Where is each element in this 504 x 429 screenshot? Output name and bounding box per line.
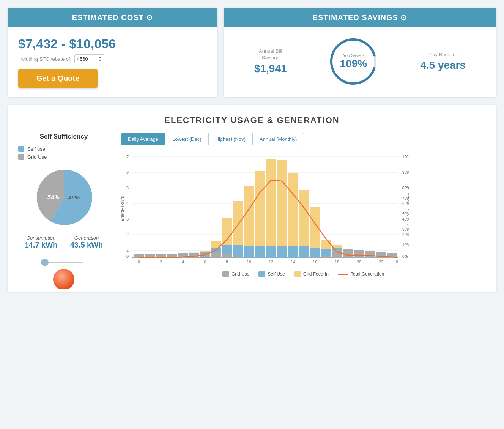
- svg-text:18: 18: [335, 260, 339, 264]
- bar-self-15: [299, 246, 309, 258]
- top-panels: ESTIMATED COST ⊙ $7,432 - $10,056 Includ…: [8, 8, 496, 97]
- self-sufficiency-title: Self Sufficiency: [18, 133, 109, 140]
- generation-item: Generation 43.5 kWh: [70, 235, 103, 249]
- savings-header-text: ESTIMATED SAVINGS ⊙: [313, 13, 408, 22]
- annual-savings-item: Annual BillSavings $1,941: [254, 48, 287, 75]
- tab-highest-nov[interactable]: Highest (Nov): [209, 133, 253, 145]
- bar-self-9: [233, 245, 243, 257]
- cost-panel-body: $7,432 - $10,056 Including STC rebate of…: [8, 27, 217, 97]
- bar-chart-wrap: 7 6 5 4 3 2 1 0 Energy (kWh) 100% 90% 80…: [121, 151, 486, 267]
- tab-daily-average[interactable]: Daily Average: [121, 133, 165, 145]
- svg-text:0%: 0%: [402, 254, 408, 259]
- cost-panel: ESTIMATED COST ⊙ $7,432 - $10,056 Includ…: [8, 8, 217, 97]
- svg-text:90%: 90%: [402, 170, 409, 175]
- tab-daily-label: Daily Average: [128, 136, 158, 142]
- annual-value: $1,941: [254, 63, 287, 75]
- svg-text:12: 12: [269, 260, 273, 264]
- legend-grid-use-chart: Grid Use: [222, 271, 249, 277]
- svg-text:2: 2: [126, 232, 129, 237]
- payback-label: Pay Back In:: [420, 52, 466, 58]
- total-gen-chart-label: Total Generation: [351, 271, 384, 277]
- self-use-label: Self use: [27, 146, 45, 152]
- bar-self-14: [288, 246, 298, 258]
- bar-feedin-11: [255, 171, 265, 246]
- svg-text:10%: 10%: [402, 243, 409, 247]
- savings-panel-header: ESTIMATED SAVINGS ⊙: [224, 8, 496, 27]
- stc-spinner[interactable]: ▲▼: [99, 55, 102, 62]
- bar-feedin-15: [299, 190, 309, 246]
- svg-point-8: [53, 269, 74, 289]
- tab-bar: Daily Average Lowest (Dec) Highest (Nov)…: [121, 133, 304, 145]
- section-title: ELECTRICITY USAGE & GENERATION: [18, 115, 486, 125]
- bar-grid-19: [343, 249, 353, 258]
- svg-text:4: 4: [182, 260, 184, 264]
- bar-self-13: [277, 246, 287, 258]
- svg-text:4: 4: [126, 201, 129, 206]
- savings-panel-body: Annual BillSavings $1,941 You Save $ 109…: [224, 27, 496, 96]
- usage-section: ELECTRICITY USAGE & GENERATION Self Suff…: [8, 105, 496, 292]
- bar-self-17: [321, 249, 331, 256]
- you-save-label: You Save $: [340, 53, 367, 58]
- stc-row: Including STC rebate of: ▲▼: [18, 54, 207, 63]
- svg-text:Energy (kWh): Energy (kWh): [121, 196, 124, 221]
- svg-text:7: 7: [126, 155, 129, 159]
- bar-self-11: [255, 246, 265, 258]
- bar-feedin-17: [321, 240, 331, 249]
- svg-text:0: 0: [396, 260, 398, 264]
- svg-text:20%: 20%: [402, 233, 409, 237]
- feedin-chart-swatch: [294, 271, 301, 277]
- pie-chart: 54% 46%: [32, 165, 96, 230]
- bar-feedin-9: [233, 201, 243, 245]
- tab-lowest-label: Lowest (Dec): [172, 136, 202, 142]
- svg-text:30%: 30%: [402, 227, 409, 232]
- bar-feedin-8: [222, 218, 232, 245]
- bar-feedin-16: [310, 207, 320, 248]
- get-quote-button[interactable]: Get a Quote: [18, 69, 98, 88]
- svg-text:5: 5: [126, 186, 129, 190]
- bar-self-12: [266, 246, 276, 258]
- svg-text:6: 6: [126, 170, 129, 175]
- grid-use-label: Grid Use: [27, 154, 47, 160]
- circle-center: You Save $ 109%: [340, 53, 367, 70]
- svg-text:100%: 100%: [402, 155, 409, 159]
- self-use-chart-swatch: [258, 271, 265, 277]
- tab-lowest-dec[interactable]: Lowest (Dec): [165, 133, 209, 145]
- circle-gauge: You Save $ 109%: [327, 35, 380, 88]
- legend-total-gen-chart: Total Generation: [338, 271, 384, 277]
- grid-use-swatch: [18, 154, 24, 160]
- self-use-chart-label: Self Use: [268, 271, 285, 277]
- tab-annual-monthly[interactable]: Annual (Monthly): [253, 133, 304, 145]
- bar-self-8: [222, 245, 232, 254]
- bar-self-10: [244, 246, 254, 258]
- svg-text:14: 14: [291, 260, 295, 264]
- bar-grid-9: [233, 257, 243, 258]
- savings-panel: ESTIMATED SAVINGS ⊙ Annual BillSavings $…: [224, 8, 496, 97]
- bar-feedin-14: [288, 173, 298, 246]
- payback-value: 4.5 years: [420, 59, 466, 71]
- bubble-decoration: [18, 255, 109, 281]
- svg-text:2: 2: [160, 260, 162, 264]
- bar-self-16: [310, 248, 320, 257]
- circle-pct: 109%: [340, 58, 367, 70]
- legend: Self use Grid Use: [18, 146, 109, 160]
- stc-input-wrap: ▲▼: [74, 54, 104, 63]
- svg-text:8: 8: [226, 260, 228, 264]
- svg-text:3: 3: [126, 217, 129, 221]
- svg-text:54%: 54%: [47, 194, 60, 200]
- svg-text:46%: 46%: [68, 194, 80, 200]
- bar-grid-8: [222, 254, 232, 258]
- svg-text:16: 16: [313, 260, 317, 264]
- stc-label-text: Including STC rebate of:: [18, 56, 71, 62]
- svg-text:10: 10: [247, 260, 251, 264]
- consumption-generation: Consumption 14.7 kWh Generation 43.5 kWh: [18, 235, 109, 249]
- bar-grid-16: [310, 257, 320, 258]
- bubble-svg: [33, 255, 94, 289]
- pie-container: 54% 46%: [18, 165, 109, 230]
- stc-value-input[interactable]: [77, 56, 98, 62]
- self-use-swatch: [18, 146, 24, 152]
- bar-feedin-10: [244, 186, 254, 246]
- grid-use-chart-label: Grid Use: [232, 271, 249, 277]
- svg-text:6: 6: [204, 260, 206, 264]
- bar-grid-20: [354, 250, 364, 258]
- svg-text:20: 20: [357, 260, 361, 264]
